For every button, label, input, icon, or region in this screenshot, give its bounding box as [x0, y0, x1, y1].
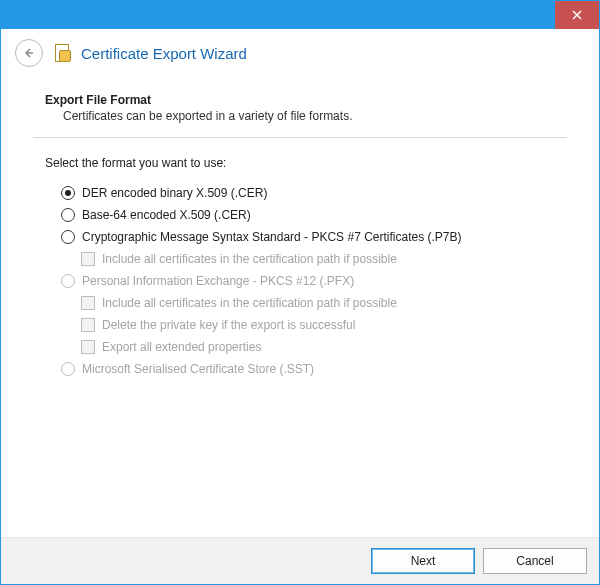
checkbox-icon	[81, 340, 95, 354]
radio-label: Cryptographic Message Syntax Standard - …	[82, 230, 462, 244]
titlebar	[1, 1, 599, 29]
back-arrow-icon	[23, 47, 35, 59]
radio-pkcs12: Personal Information Exchange - PKCS #12…	[61, 270, 555, 292]
radio-icon	[61, 186, 75, 200]
radio-label: Personal Information Exchange - PKCS #12…	[82, 274, 354, 288]
section-title: Export File Format	[29, 85, 571, 109]
checkbox-label: Delete the private key if the export is …	[102, 318, 355, 332]
close-button[interactable]	[555, 1, 599, 29]
checkbox-pkcs12-export-ext: Export all extended properties	[61, 336, 555, 358]
next-button[interactable]: Next	[371, 548, 475, 574]
back-button[interactable]	[15, 39, 43, 67]
wizard-body: Export File Format Certificates can be e…	[1, 79, 599, 537]
checkbox-label: Include all certificates in the certific…	[102, 296, 397, 310]
checkbox-icon	[81, 296, 95, 310]
cancel-button[interactable]: Cancel	[483, 548, 587, 574]
format-prompt: Select the format you want to use:	[29, 156, 571, 182]
checkbox-pkcs12-delete-key: Delete the private key if the export is …	[61, 314, 555, 336]
radio-sst: Microsoft Serialised Certificate Store (…	[61, 358, 555, 380]
certificate-icon	[53, 44, 71, 62]
close-icon	[572, 10, 582, 20]
format-options: DER encoded binary X.509 (.CER) Base-64 …	[29, 182, 571, 380]
checkbox-label: Include all certificates in the certific…	[102, 252, 397, 266]
radio-pkcs7[interactable]: Cryptographic Message Syntax Standard - …	[61, 226, 555, 248]
radio-der[interactable]: DER encoded binary X.509 (.CER)	[61, 182, 555, 204]
radio-label: Microsoft Serialised Certificate Store (…	[82, 362, 314, 376]
checkbox-pkcs7-include-chain: Include all certificates in the certific…	[61, 248, 555, 270]
divider	[33, 137, 567, 138]
wizard-title: Certificate Export Wizard	[81, 45, 247, 62]
radio-label: DER encoded binary X.509 (.CER)	[82, 186, 267, 200]
section-description: Certificates can be exported in a variet…	[29, 109, 571, 137]
radio-icon	[61, 208, 75, 222]
wizard-footer: Next Cancel	[1, 537, 599, 584]
radio-icon	[61, 362, 75, 376]
checkbox-label: Export all extended properties	[102, 340, 261, 354]
radio-icon	[61, 274, 75, 288]
radio-base64[interactable]: Base-64 encoded X.509 (.CER)	[61, 204, 555, 226]
radio-label: Base-64 encoded X.509 (.CER)	[82, 208, 251, 222]
wizard-header: Certificate Export Wizard	[1, 29, 599, 79]
checkbox-icon	[81, 318, 95, 332]
wizard-window: Certificate Export Wizard Export File Fo…	[0, 0, 600, 585]
checkbox-pkcs12-include-chain: Include all certificates in the certific…	[61, 292, 555, 314]
checkbox-icon	[81, 252, 95, 266]
radio-icon	[61, 230, 75, 244]
